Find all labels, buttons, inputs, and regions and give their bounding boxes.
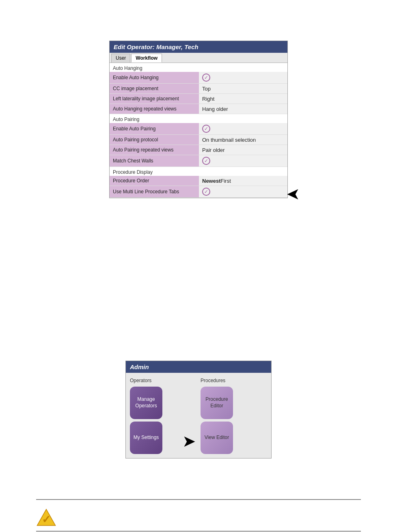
field-label-match-chest-walls: Match Chest Walls bbox=[110, 155, 199, 167]
edit-operator-title: Edit Operator: Manager, Tech bbox=[110, 41, 287, 53]
first-text: First bbox=[221, 178, 231, 184]
checkmark-multi-line-tabs: ✓ bbox=[202, 188, 210, 196]
field-auto-pairing-protocol: Auto Pairing protocol On thumbnail selec… bbox=[110, 135, 287, 145]
field-value-enable-auto-hanging: ✓ bbox=[199, 72, 287, 83]
warning-icon: ✓ bbox=[36, 507, 56, 528]
field-enable-auto-hanging: Enable Auto Hanging ✓ bbox=[110, 72, 287, 84]
field-value-auto-pairing-protocol: On thumbnail selection bbox=[199, 135, 287, 145]
field-auto-pairing-repeated: Auto Pairing repeated views Pair older bbox=[110, 145, 287, 155]
admin-content: Operators ManageOperators My Settings Pr… bbox=[126, 373, 271, 458]
field-label-auto-pairing-repeated: Auto Pairing repeated views bbox=[110, 145, 199, 155]
field-value-left-laterality: Right bbox=[199, 94, 287, 104]
field-value-cc-image-placement: Top bbox=[199, 84, 287, 93]
admin-procedures-header: Procedures bbox=[201, 377, 267, 384]
procedure-display-header: Procedure Display bbox=[110, 167, 287, 176]
field-value-procedure-order: Newest First bbox=[199, 176, 287, 186]
admin-operators-header: Operators bbox=[130, 377, 196, 384]
field-label-auto-pairing-protocol: Auto Pairing protocol bbox=[110, 135, 199, 145]
edit-operator-panel: Edit Operator: Manager, Tech User Workfl… bbox=[109, 41, 288, 198]
note-row: ✓ bbox=[36, 504, 361, 531]
checkmark-enable-auto-pairing: ✓ bbox=[202, 125, 210, 133]
field-value-multi-line-tabs: ✓ bbox=[199, 186, 287, 197]
field-multi-line-tabs: Use Multi Line Procedure Tabs ✓ bbox=[110, 186, 287, 198]
admin-panel: Admin Operators ManageOperators My Setti… bbox=[125, 361, 272, 458]
svg-text:✓: ✓ bbox=[42, 513, 51, 526]
bottom-section: ✓ bbox=[36, 499, 361, 532]
tab-user[interactable]: User bbox=[111, 54, 130, 63]
view-editor-button[interactable]: View Editor bbox=[201, 422, 233, 454]
field-label-procedure-order: Procedure Order bbox=[110, 176, 199, 186]
field-label-auto-hanging-repeated: Auto Hanging repeated views bbox=[110, 104, 199, 114]
checkmark-match-chest-walls: ✓ bbox=[202, 157, 210, 165]
admin-procedures-column: Procedures ProcedureEditor View Editor bbox=[201, 377, 267, 454]
separator-bottom bbox=[36, 531, 361, 532]
admin-columns: Operators ManageOperators My Settings Pr… bbox=[130, 377, 267, 454]
auto-hanging-header: Auto Hanging bbox=[110, 63, 287, 72]
field-value-auto-pairing-repeated: Pair older bbox=[199, 145, 287, 155]
auto-pairing-header: Auto Pairing bbox=[110, 114, 287, 123]
my-settings-button[interactable]: My Settings bbox=[130, 422, 162, 454]
admin-title: Admin bbox=[126, 361, 271, 373]
field-label-cc-image-placement: CC image placement bbox=[110, 84, 199, 93]
arrow-annotation-1: ➤ bbox=[286, 184, 300, 203]
field-label-multi-line-tabs: Use Multi Line Procedure Tabs bbox=[110, 186, 199, 197]
field-value-auto-hanging-repeated: Hang older bbox=[199, 104, 287, 114]
tabs-row: User Workflow bbox=[110, 53, 287, 63]
field-label-enable-auto-hanging: Enable Auto Hanging bbox=[110, 72, 199, 83]
separator-top bbox=[36, 499, 361, 500]
admin-procedures-buttons: ProcedureEditor View Editor bbox=[201, 387, 267, 454]
checkmark-enable-auto-hanging: ✓ bbox=[202, 74, 210, 82]
field-cc-image-placement: CC image placement Top bbox=[110, 84, 287, 94]
field-value-enable-auto-pairing: ✓ bbox=[199, 123, 287, 134]
field-auto-hanging-repeated: Auto Hanging repeated views Hang older bbox=[110, 104, 287, 114]
tab-workflow[interactable]: Workflow bbox=[131, 54, 162, 63]
procedure-editor-button[interactable]: ProcedureEditor bbox=[201, 387, 233, 419]
field-label-enable-auto-pairing: Enable Auto Pairing bbox=[110, 123, 199, 134]
field-procedure-order: Procedure Order Newest First bbox=[110, 176, 287, 186]
arrow-annotation-2: ➤ bbox=[182, 432, 196, 450]
field-enable-auto-pairing: Enable Auto Pairing ✓ bbox=[110, 123, 287, 135]
field-match-chest-walls: Match Chest Walls ✓ bbox=[110, 155, 287, 167]
newest-bold: Newest bbox=[202, 178, 221, 184]
field-left-laterality: Left laterality image placement Right bbox=[110, 94, 287, 104]
manage-operators-button[interactable]: ManageOperators bbox=[130, 387, 162, 419]
field-label-left-laterality: Left laterality image placement bbox=[110, 94, 199, 104]
field-value-match-chest-walls: ✓ bbox=[199, 155, 287, 167]
